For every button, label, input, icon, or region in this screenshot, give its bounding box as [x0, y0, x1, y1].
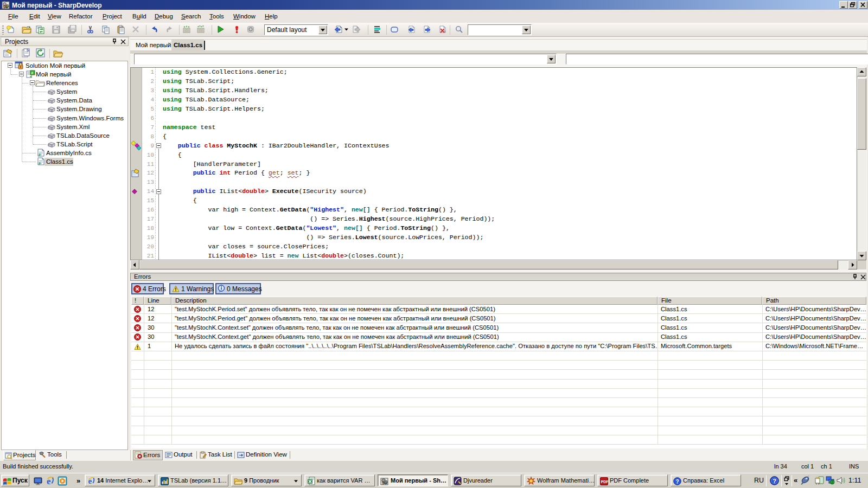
svg-text:#: #	[39, 153, 41, 157]
svg-text:PDF: PDF	[601, 480, 608, 484]
svg-text:?: ?	[676, 479, 679, 485]
svg-text:SD: SD	[382, 481, 387, 485]
svg-text:?: ?	[773, 478, 776, 484]
svg-text:#: #	[39, 162, 41, 165]
svg-text:SD: SD	[3, 5, 9, 9]
svg-text:#: #	[31, 71, 34, 75]
